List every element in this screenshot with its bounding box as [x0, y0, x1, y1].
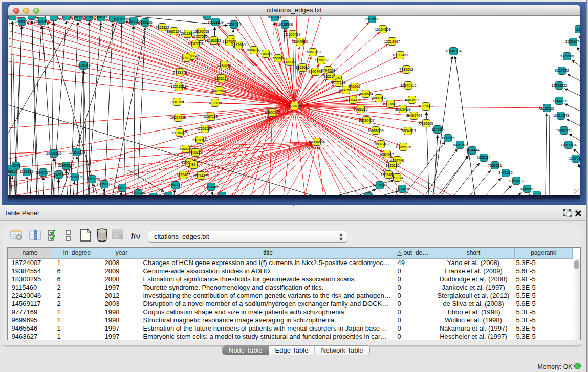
- svg-text:9777169: 9777169: [332, 81, 345, 84]
- svg-text:746266: 746266: [348, 85, 360, 89]
- svg-text:3624554: 3624554: [359, 92, 373, 96]
- svg-text:19756928: 19756928: [395, 145, 411, 149]
- svg-text:10648784: 10648784: [445, 49, 461, 53]
- svg-text:12093822: 12093822: [551, 84, 567, 87]
- svg-text:2942757: 2942757: [36, 171, 50, 174]
- svg-text:10807487: 10807487: [371, 96, 386, 100]
- svg-text:1010755: 1010755: [170, 100, 184, 104]
- svg-text:1405572: 1405572: [15, 19, 29, 23]
- svg-text:15692971: 15692971: [556, 129, 572, 133]
- svg-text:4463627: 4463627: [405, 98, 419, 102]
- svg-text:12213319: 12213319: [170, 85, 186, 89]
- svg-text:7663822: 7663822: [155, 26, 169, 29]
- svg-text:9146821: 9146821: [258, 52, 272, 56]
- svg-text:16210643: 16210643: [553, 114, 569, 117]
- svg-text:20364436: 20364436: [345, 98, 361, 102]
- svg-text:2087682: 2087682: [365, 17, 379, 21]
- svg-text:7625402: 7625402: [176, 173, 190, 177]
- svg-text:164095: 164095: [431, 128, 443, 132]
- svg-text:15751074: 15751074: [565, 40, 580, 43]
- svg-text:10654112: 10654112: [509, 179, 525, 183]
- svg-text:12505135: 12505135: [67, 175, 82, 179]
- svg-text:17016504: 17016504: [560, 143, 576, 147]
- svg-text:9242848: 9242848: [217, 63, 231, 67]
- svg-text:10025438: 10025438: [395, 107, 410, 111]
- svg-text:9474444: 9474444: [465, 148, 479, 152]
- svg-text:15720407: 15720407: [358, 119, 374, 122]
- svg-text:1615132: 1615132: [385, 164, 399, 167]
- svg-text:9684067: 9684067: [380, 152, 394, 156]
- svg-text:98901: 98901: [181, 56, 191, 60]
- svg-text:19384554: 19384554: [309, 140, 324, 144]
- svg-text:2035346: 2035346: [76, 63, 90, 67]
- svg-text:8186323: 8186323: [207, 39, 221, 42]
- svg-text:89: 89: [191, 163, 195, 166]
- svg-text:12975115: 12975115: [401, 84, 417, 87]
- svg-text:39154: 39154: [8, 170, 18, 173]
- svg-text:7357224: 7357224: [227, 23, 241, 26]
- svg-text:7955812: 7955812: [314, 58, 328, 62]
- svg-text:8990448: 8990448: [308, 70, 322, 73]
- svg-text:62160: 62160: [385, 102, 396, 106]
- svg-text:12213967: 12213967: [384, 40, 400, 43]
- svg-text:9794028: 9794028: [321, 69, 335, 72]
- svg-text:8660124: 8660124: [167, 30, 181, 33]
- svg-text:2967608: 2967608: [231, 43, 245, 47]
- svg-text:7515526: 7515526: [138, 20, 152, 24]
- svg-text:7485063: 7485063: [399, 68, 413, 71]
- svg-text:1244413: 1244413: [552, 99, 566, 103]
- svg-text:2803144: 2803144: [214, 77, 228, 80]
- svg-text:417006: 417006: [209, 101, 221, 105]
- svg-text:13716485: 13716485: [203, 185, 219, 189]
- svg-text:14519: 14519: [54, 173, 64, 177]
- svg-text:13226058: 13226058: [193, 30, 209, 33]
- svg-text:9857771: 9857771: [168, 183, 182, 187]
- svg-text:1292346: 1292346: [131, 191, 145, 195]
- svg-text:19166825: 19166825: [171, 131, 187, 135]
- svg-text:0099695: 0099695: [419, 122, 433, 125]
- svg-text:16961758: 16961758: [304, 50, 320, 54]
- svg-text:20206536: 20206536: [46, 151, 61, 155]
- svg-text:11325419: 11325419: [285, 33, 301, 36]
- svg-text:5498222: 5498222: [188, 150, 202, 154]
- svg-text:8938925: 8938925: [441, 136, 454, 140]
- svg-text:1117: 1117: [575, 28, 580, 31]
- svg-text:1362615: 1362615: [295, 65, 309, 69]
- svg-text:16782759: 16782759: [114, 186, 130, 190]
- svg-text:5578354: 5578354: [192, 138, 206, 142]
- svg-text:16154808: 16154808: [375, 28, 390, 31]
- svg-text:10543362: 10543362: [187, 42, 203, 46]
- svg-text:1167533: 1167533: [569, 157, 580, 160]
- svg-text:20691406: 20691406: [34, 19, 50, 23]
- svg-text:43501: 43501: [11, 164, 21, 167]
- svg-text:9327505: 9327505: [193, 35, 207, 38]
- svg-text:8454749: 8454749: [247, 48, 260, 52]
- svg-text:f(x): f(x): [131, 231, 140, 239]
- svg-text:2718176: 2718176: [173, 71, 187, 74]
- svg-text:13958117: 13958117: [97, 182, 113, 186]
- svg-text:9227342: 9227342: [555, 69, 569, 72]
- svg-text:1733426: 1733426: [395, 187, 409, 191]
- svg-text:3267130: 3267130: [204, 115, 217, 118]
- svg-text:7632621: 7632621: [488, 164, 502, 167]
- svg-text:19654925: 19654925: [170, 116, 186, 119]
- svg-text:10688609: 10688609: [367, 129, 383, 133]
- svg-text:252214: 252214: [391, 176, 403, 180]
- svg-text:7986322: 7986322: [354, 107, 367, 111]
- svg-text:8322037: 8322037: [282, 60, 296, 64]
- svg-text:17957255: 17957255: [84, 177, 100, 181]
- svg-text:18724007: 18724007: [287, 104, 302, 108]
- svg-text:19654923: 19654923: [400, 129, 416, 133]
- svg-text:8813054: 8813054: [268, 16, 281, 19]
- svg-text:14136141: 14136141: [372, 183, 387, 187]
- svg-text:9115460: 9115460: [419, 104, 433, 108]
- svg-text:23975887: 23975887: [58, 164, 74, 167]
- svg-text:18640910: 18640910: [292, 40, 308, 43]
- svg-text:3215955: 3215955: [540, 106, 554, 110]
- svg-text:7558520: 7558520: [271, 56, 285, 60]
- svg-text:10973493: 10973493: [392, 53, 408, 57]
- svg-text:1156829: 1156829: [20, 170, 34, 173]
- svg-text:6879197: 6879197: [453, 143, 467, 147]
- svg-text:16033809: 16033809: [207, 20, 223, 24]
- svg-text:16495794: 16495794: [406, 114, 422, 117]
